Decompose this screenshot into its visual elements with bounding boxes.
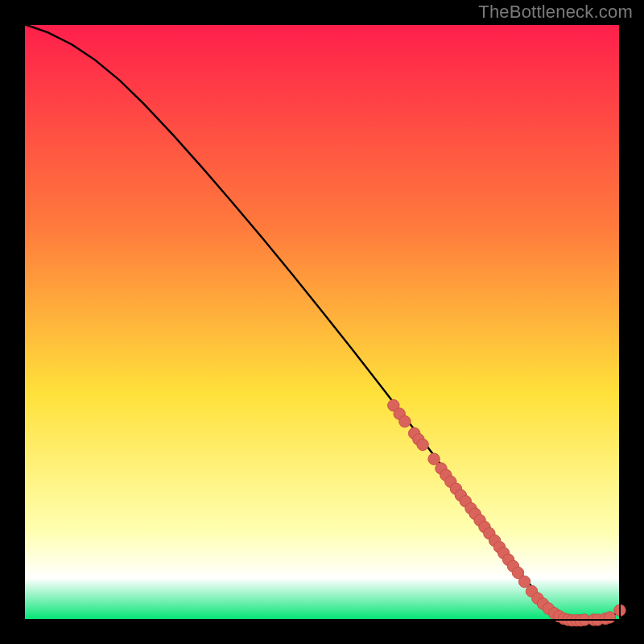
data-marker bbox=[604, 612, 615, 623]
data-marker bbox=[417, 439, 428, 450]
chart-root: TheBottleneck.com bbox=[0, 0, 644, 644]
plot-background bbox=[24, 24, 620, 620]
data-marker bbox=[428, 453, 440, 464]
chart-canvas bbox=[0, 0, 644, 644]
data-marker bbox=[399, 415, 411, 427]
data-marker bbox=[518, 576, 530, 587]
